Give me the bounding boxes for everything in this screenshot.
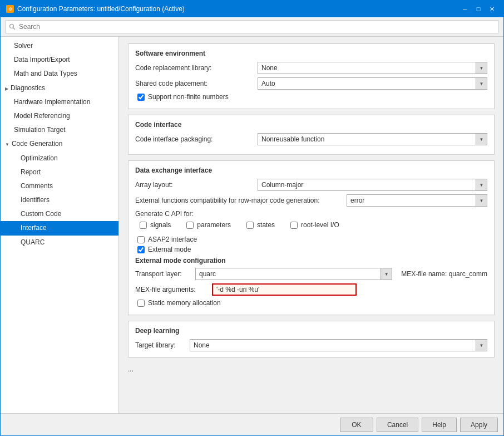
code-replacement-label: Code replacement library:: [135, 64, 258, 72]
sidebar-item-simulation[interactable]: Simulation Target: [1, 123, 118, 137]
target-lib-dropdown-btn[interactable]: ▼: [476, 340, 487, 351]
cancel-button[interactable]: Cancel: [377, 418, 418, 432]
mex-file-name-label: MEX-file name: quarc_comm: [401, 270, 487, 278]
ext-compat-dropdown-btn[interactable]: ▼: [476, 195, 487, 206]
software-env-title: Software environment: [135, 50, 487, 57]
ext-compat-dropdown[interactable]: error ▼: [347, 194, 487, 207]
static-memory-row: Static memory allocation: [137, 299, 487, 307]
sidebar-item-diagnostics[interactable]: Diagnostics: [1, 81, 118, 95]
packaging-row: Code interface packaging: Nonreusable fu…: [135, 133, 487, 145]
code-replacement-row: Code replacement library: None ▼: [135, 62, 487, 74]
apply-button[interactable]: Apply: [460, 418, 498, 432]
states-checkbox[interactable]: [246, 222, 254, 229]
minimize-button[interactable]: ─: [459, 4, 471, 14]
title-bar-left: ⚙ Configuration Parameters: untitled/Con…: [6, 5, 185, 13]
shared-code-dropdown-btn[interactable]: ▼: [476, 78, 487, 89]
mex-args-row: MEX-file arguments:: [135, 283, 487, 296]
sidebar-item-code-gen[interactable]: Code Generation: [1, 137, 118, 151]
external-mode-label[interactable]: External mode: [148, 246, 191, 253]
sidebar-item-math[interactable]: Math and Data Types: [1, 67, 118, 81]
root-io-checkbox[interactable]: [290, 222, 298, 229]
sidebar-item-comments[interactable]: Comments: [1, 179, 118, 193]
help-button[interactable]: Help: [422, 418, 457, 432]
generate-c-api-checkboxes: signals parameters states root-level I/O: [137, 221, 487, 231]
target-lib-label: Target library:: [135, 341, 185, 349]
signals-row: signals: [140, 221, 171, 229]
signals-label[interactable]: signals: [150, 221, 171, 229]
signals-checkbox[interactable]: [140, 222, 147, 229]
mex-file-name-value: quarc_comm: [449, 270, 487, 278]
sidebar-item-report[interactable]: Report: [1, 165, 118, 179]
target-lib-row: Target library: None ▼: [135, 339, 487, 351]
array-layout-row: Array layout: Column-major ▼: [135, 179, 487, 191]
code-replacement-control: None ▼: [258, 62, 487, 74]
parameters-checkbox[interactable]: [186, 222, 194, 229]
array-layout-label: Array layout:: [135, 181, 258, 189]
sidebar-item-model-ref[interactable]: Model Referencing: [1, 109, 118, 123]
maximize-button[interactable]: □: [472, 4, 485, 14]
parameters-label[interactable]: parameters: [197, 221, 231, 229]
sidebar-item-custom-code[interactable]: Custom Code: [1, 207, 118, 221]
transport-layer-row: Transport layer: quarc ▼ MEX-file name: …: [135, 268, 487, 280]
mex-args-input[interactable]: [212, 283, 357, 296]
main-window: ⚙ Configuration Parameters: untitled/Con…: [0, 0, 504, 436]
data-exchange-section: Data exchange interface Array layout: Co…: [128, 160, 495, 315]
support-nonfinite-label[interactable]: Support non-finite numbers: [148, 93, 229, 101]
static-memory-checkbox[interactable]: [137, 300, 145, 307]
sidebar-item-interface[interactable]: Interface: [1, 221, 118, 235]
sidebar-item-data-import[interactable]: Data Import/Export: [1, 53, 118, 67]
shared-code-dropdown[interactable]: Auto ▼: [258, 77, 487, 90]
deep-learning-title: Deep learning: [135, 327, 487, 335]
code-replacement-dropdown[interactable]: None ▼: [258, 62, 487, 74]
packaging-dropdown[interactable]: Nonreusable function ▼: [258, 133, 487, 145]
target-lib-value: None: [190, 341, 476, 349]
packaging-value: Nonreusable function: [258, 135, 476, 143]
external-mode-config: External mode configuration Transport la…: [135, 257, 487, 307]
sidebar-item-identifiers[interactable]: Identifiers: [1, 193, 118, 207]
transport-layer-dropdown[interactable]: quarc ▼: [195, 268, 392, 280]
array-layout-dropdown-btn[interactable]: ▼: [476, 179, 487, 190]
ext-mode-config-title: External mode configuration: [135, 257, 487, 264]
array-layout-value: Column-major: [258, 181, 476, 189]
software-env-section: Software environment Code replacement li…: [128, 43, 495, 109]
asap2-row: ASAP2 interface: [137, 236, 487, 243]
ext-compat-label: External functions compatibility for row…: [135, 197, 347, 204]
window-title: Configuration Parameters: untitled/Confi…: [17, 5, 185, 13]
shared-code-control: Auto ▼: [258, 77, 487, 90]
array-layout-dropdown[interactable]: Column-major ▼: [258, 179, 487, 191]
main-content: Solver Data Import/Export Math and Data …: [1, 37, 503, 413]
external-mode-row: External mode: [137, 246, 487, 253]
code-replacement-value: None: [258, 64, 476, 72]
code-replacement-dropdown-btn[interactable]: ▼: [476, 62, 487, 74]
ok-button[interactable]: OK: [340, 418, 373, 432]
asap2-label[interactable]: ASAP2 interface: [148, 236, 197, 243]
root-io-label[interactable]: root-level I/O: [301, 221, 339, 229]
content-area: Software environment Code replacement li…: [119, 37, 503, 413]
target-lib-dropdown[interactable]: None ▼: [190, 339, 487, 351]
app-icon: ⚙: [6, 5, 14, 13]
data-exchange-title: Data exchange interface: [135, 166, 487, 174]
parameters-row: parameters: [186, 221, 231, 229]
deep-learning-section: Deep learning Target library: None ▼: [128, 321, 495, 357]
sidebar-item-solver[interactable]: Solver: [1, 39, 118, 53]
title-bar-controls: ─ □ ✕: [459, 4, 498, 14]
static-memory-label[interactable]: Static memory allocation: [148, 299, 221, 307]
sidebar-item-quarc[interactable]: QUARC: [1, 236, 118, 249]
external-mode-checkbox[interactable]: [137, 246, 145, 253]
packaging-control: Nonreusable function ▼: [258, 133, 487, 145]
packaging-dropdown-btn[interactable]: ▼: [476, 134, 487, 145]
root-io-row: root-level I/O: [290, 221, 339, 229]
code-interface-section: Code interface Code interface packaging:…: [128, 115, 495, 155]
array-layout-control: Column-major ▼: [258, 179, 487, 191]
ext-compat-row: External functions compatibility for row…: [135, 194, 487, 207]
title-bar: ⚙ Configuration Parameters: untitled/Con…: [1, 1, 503, 17]
transport-layer-dropdown-btn[interactable]: ▼: [381, 268, 392, 280]
states-label[interactable]: states: [257, 221, 275, 229]
support-nonfinite-checkbox[interactable]: [137, 94, 145, 101]
search-input[interactable]: [5, 20, 499, 33]
sidebar-item-optimization[interactable]: Optimization: [1, 151, 118, 165]
asap2-checkbox[interactable]: [137, 236, 145, 243]
close-button[interactable]: ✕: [486, 4, 498, 14]
sidebar-item-hardware[interactable]: Hardware Implementation: [1, 95, 118, 109]
ext-compat-value: error: [347, 197, 476, 204]
